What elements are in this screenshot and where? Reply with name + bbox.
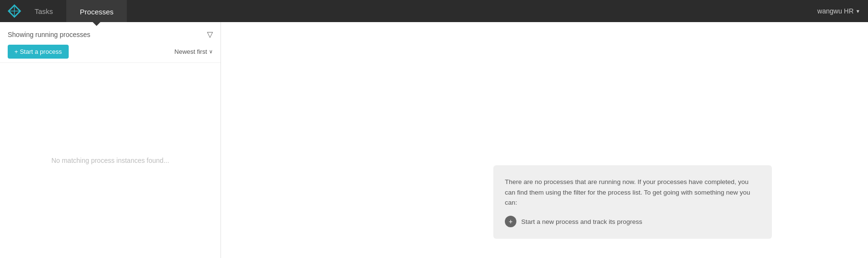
navbar: Tasks Processes wangwu HR ▼ [0,0,868,22]
sort-label: Newest first [174,48,207,55]
content-panel: There are no processes that are running … [221,22,868,258]
list-header-actions: + Start a process Newest first ∨ [8,45,213,59]
info-card-action: + Start a new process and track its prog… [505,216,760,227]
empty-message: No matching process instances found... [51,157,169,164]
user-menu[interactable]: wangwu HR ▼ [818,7,860,15]
main-container: Showing running processes ▽ + Start a pr… [0,22,868,258]
filter-icon[interactable]: ▽ [207,30,213,39]
start-process-button[interactable]: + Start a process [8,45,69,59]
app-logo [8,4,21,18]
user-dropdown-arrow: ▼ [856,9,860,14]
list-header: Showing running processes ▽ + Start a pr… [0,22,220,63]
user-name: wangwu HR [818,7,854,15]
showing-label: Showing running processes [8,31,90,38]
list-panel: Showing running processes ▽ + Start a pr… [0,22,221,258]
list-body: No matching process instances found... [0,63,220,258]
nav-tabs: Tasks Processes [21,0,127,22]
sort-select[interactable]: Newest first ∨ [174,48,213,55]
sort-arrow-icon: ∨ [209,49,213,55]
info-card: There are no processes that are running … [493,165,772,239]
list-header-top: Showing running processes ▽ [8,30,213,39]
nav-tab-tasks[interactable]: Tasks [21,0,66,22]
navbar-left: Tasks Processes [8,0,127,22]
info-card-text: There are no processes that are running … [505,177,760,208]
nav-tab-processes[interactable]: Processes [66,0,127,22]
action-label: Start a new process and track its progre… [521,218,642,225]
action-circle-icon: + [505,216,516,227]
